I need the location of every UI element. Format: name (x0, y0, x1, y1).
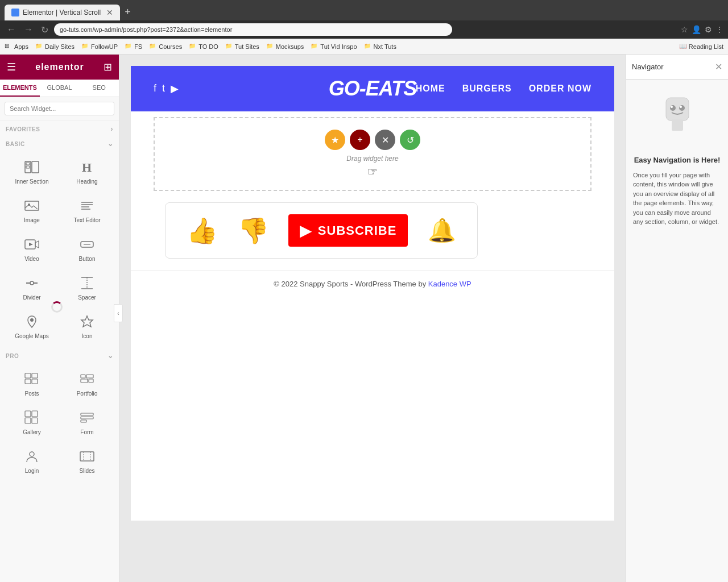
browser-tabs: Elementor | Vertical Scroll ✕ + (5, 0, 135, 20)
widget-portfolio[interactable]: Portfolio (60, 364, 114, 402)
folder-icon-followup: 📁 (81, 43, 89, 51)
widget-divider[interactable]: Divider (5, 268, 59, 306)
bookmark-daily-label: Daily Sites (45, 43, 75, 50)
tab-elements[interactable]: ELEMENTS (0, 80, 40, 97)
more-options-icon[interactable]: ⋮ (715, 25, 723, 34)
widget-button[interactable]: Button (60, 230, 114, 268)
svg-rect-38 (80, 452, 94, 461)
favorites-section-header[interactable]: FAVORITES › (0, 120, 119, 135)
svg-marker-12 (29, 243, 33, 246)
active-tab[interactable]: Elementor | Vertical Scroll ✕ (5, 5, 120, 20)
loading-spinner (51, 301, 63, 313)
bookmark-nxt-tuts[interactable]: 📁 Nxt Tuts (364, 43, 396, 51)
navigator-subtitle: Easy Navigation is Here! (633, 155, 721, 166)
sidebar-collapse-button[interactable]: ‹ (114, 304, 123, 322)
bookmark-mocksups[interactable]: 📁 Mocksups (266, 43, 304, 51)
reload-button[interactable]: ↻ (39, 23, 51, 36)
reading-list-button[interactable]: 📖 Reading List (679, 43, 723, 50)
widget-slides[interactable]: Slides (60, 442, 114, 480)
nav-home[interactable]: HOME (416, 84, 445, 94)
svg-rect-5 (25, 201, 39, 210)
thumbs-up-icon: 👍 (187, 216, 218, 246)
widget-search-input[interactable] (5, 102, 114, 115)
elementor-logo-text: elementor (35, 62, 84, 72)
widget-icon[interactable]: Icon (60, 307, 114, 345)
button-icon (78, 235, 96, 253)
widget-inner-section[interactable]: Inner Section (5, 152, 59, 190)
gallery-label: Gallery (23, 429, 41, 435)
inner-section-icon (23, 158, 41, 176)
bookmark-tut-sites[interactable]: 📁 Tut Sites (225, 43, 259, 51)
bookmark-todo[interactable]: 📁 TO DO (189, 43, 218, 51)
bookmark-daily-sites[interactable]: 📁 Daily Sites (35, 43, 75, 51)
thumbs-down-icon: 👎 (238, 216, 269, 246)
extensions-icon[interactable]: ⚙ (705, 25, 712, 34)
drag-drop-zone[interactable]: ★ + ✕ ↺ Drag widget here ☞ (154, 117, 592, 191)
svg-rect-3 (32, 161, 39, 173)
canvas-area[interactable]: f t ▶ GO-EATS HOME BURGERS ORDER NOW ★ +… (119, 55, 626, 582)
widget-posts[interactable]: Posts (5, 364, 59, 402)
navigator-close-button[interactable]: ✕ (715, 61, 722, 72)
bookmark-star-icon[interactable]: ☆ (681, 25, 688, 34)
widget-form[interactable]: Form (60, 403, 114, 441)
reset-action-button[interactable]: ↺ (400, 130, 420, 150)
folder-icon-courses: 📁 (149, 43, 157, 51)
sidebar-tabs: ELEMENTS GLOBAL SEO (0, 80, 119, 97)
sidebar-grid-icon[interactable]: ⊞ (104, 61, 112, 73)
youtube-icon[interactable]: ▶ (171, 82, 179, 95)
basic-section-header[interactable]: BASIC ⌄ (0, 135, 119, 150)
sidebar-menu-icon[interactable]: ☰ (7, 61, 16, 73)
tab-close-btn[interactable]: ✕ (106, 8, 113, 17)
svg-rect-31 (32, 411, 38, 417)
cursor-hand-indicator: ☞ (367, 165, 378, 178)
folder-icon-fs: 📁 (125, 43, 133, 51)
new-tab-button[interactable]: + (120, 4, 135, 20)
bell-notification-icon[interactable]: 🔔 (428, 217, 456, 244)
svg-rect-33 (32, 418, 38, 423)
widget-heading[interactable]: H Heading (60, 152, 114, 190)
tab-global[interactable]: GLOBAL (40, 80, 80, 97)
bookmark-fs[interactable]: 📁 FS (125, 43, 142, 51)
twitter-icon[interactable]: t (162, 82, 165, 95)
image-icon (23, 197, 41, 215)
subscribe-button[interactable]: ▶ SUBSCRIBE (288, 214, 408, 247)
bookmark-courses[interactable]: 📁 Courses (149, 43, 182, 51)
profile-icon[interactable]: 👤 (692, 25, 701, 34)
inner-section-label: Inner Section (15, 178, 49, 185)
login-icon (23, 447, 41, 465)
form-icon (78, 409, 96, 427)
back-button[interactable]: ← (5, 23, 18, 36)
footer-link[interactable]: Kadence WP (428, 280, 471, 288)
bookmark-apps[interactable]: ⊞ Apps (5, 43, 28, 51)
bookmark-tut-vid[interactable]: 📁 Tut Vid Inspo (311, 43, 357, 51)
widget-login[interactable]: Login (5, 442, 59, 480)
forward-button[interactable]: → (22, 23, 35, 36)
url-text: go-tuts.com/wp-admin/post.php?post=2372&… (60, 26, 232, 33)
widget-gallery[interactable]: Gallery (5, 403, 59, 441)
widget-video[interactable]: Video (5, 230, 59, 268)
tab-seo[interactable]: SEO (79, 80, 119, 97)
widget-google-maps[interactable]: Google Maps (5, 307, 59, 345)
facebook-icon[interactable]: f (154, 82, 156, 95)
widget-spacer[interactable]: Spacer (60, 268, 114, 306)
add-action-button[interactable]: + (350, 130, 370, 150)
star-action-button[interactable]: ★ (325, 130, 345, 150)
url-bar[interactable]: go-tuts.com/wp-admin/post.php?post=2372&… (54, 23, 452, 36)
bookmark-followup[interactable]: 📁 FollowUP (81, 43, 118, 51)
spacer-icon (78, 274, 96, 292)
social-icons-group: f t ▶ (154, 82, 179, 95)
favorites-collapse-icon: › (111, 125, 114, 133)
svg-point-44 (671, 106, 673, 108)
svg-rect-34 (81, 413, 93, 415)
nav-burgers[interactable]: BURGERS (462, 84, 512, 94)
text-editor-label: Text Editor (73, 217, 100, 223)
svg-rect-29 (89, 379, 93, 383)
remove-action-button[interactable]: ✕ (375, 130, 395, 150)
svg-text:H: H (82, 160, 92, 174)
pro-section-header[interactable]: PRO ⌄ (0, 347, 119, 362)
main-layout: ☰ elementor ⊞ ELEMENTS GLOBAL SEO FAVORI… (0, 55, 728, 582)
widget-text-editor[interactable]: Text Editor (60, 191, 114, 229)
widget-image[interactable]: Image (5, 191, 59, 229)
folder-icon-tutsites: 📁 (225, 43, 233, 51)
nav-order-now[interactable]: ORDER NOW (529, 84, 592, 94)
